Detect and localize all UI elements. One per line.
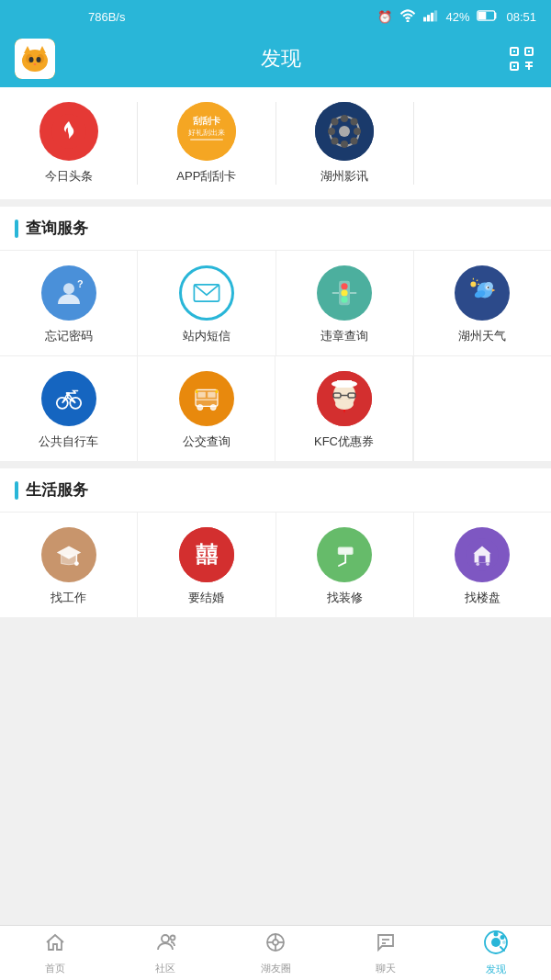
svg-rect-1 [423,17,426,21]
svg-rect-68 [215,389,217,393]
page-title: 发现 [55,45,507,73]
grid-weather[interactable]: 湖州天气 [414,251,551,355]
svg-point-47 [342,297,348,303]
svg-point-66 [210,405,216,411]
time: 08:51 [506,10,536,24]
grid-bus[interactable]: 公交查询 [138,356,276,461]
app-logo[interactable] [15,39,55,79]
grid-house[interactable]: 找楼盘 [414,513,551,617]
kfc-label: KFC优惠券 [314,434,374,450]
life-grid: 找工作 囍 要结婚 [0,512,551,617]
svg-point-89 [487,562,490,566]
svg-rect-2 [427,15,430,21]
svg-rect-20 [528,51,530,52]
svg-point-46 [342,289,348,296]
svg-rect-6 [478,11,487,19]
grid-kfc[interactable]: KFC优惠券 [276,356,413,461]
community-icon [154,931,176,959]
marry-icon: 囍 [179,527,234,582]
life-section-title: 生活服务 [26,479,88,501]
empty-slot-2 [413,356,551,461]
sms-icon [179,265,234,321]
svg-point-14 [37,57,41,62]
grid-bike[interactable]: 公共自行车 [0,356,138,461]
grid-decor[interactable]: 找装修 [276,513,414,617]
svg-point-88 [477,562,480,566]
app-scratchcard[interactable]: 刮刮卡 好礼刮出来 APP刮刮卡 [138,102,276,185]
movie-label: 湖州影讯 [320,168,368,185]
top-apps-section: 今日头条 刮刮卡 好礼刮出来 APP刮刮卡 [0,87,551,199]
app-toutiao[interactable]: 今日头条 [0,102,138,185]
nav-friends-label: 湖友圈 [261,962,291,975]
bike-icon [41,371,96,426]
kfc-icon [317,371,372,426]
query-grid: ? 忘记密码 站内短信 [0,250,551,461]
section-bar-query [15,220,18,238]
svg-rect-21 [513,65,515,67]
job-label: 找工作 [51,590,86,606]
marry-label: 要结婚 [188,590,224,606]
sms-label: 站内短信 [183,328,231,344]
life-section-header: 生活服务 [0,468,551,512]
svg-point-13 [29,57,34,62]
nav-discover[interactable]: 发现 [441,926,551,980]
forgot-password-icon: ? [41,265,96,321]
discover-icon [484,930,508,960]
grid-sms[interactable]: 站内短信 [138,251,276,355]
alarm-icon: ⏰ [377,10,392,24]
svg-point-32 [339,126,350,137]
svg-point-39 [332,138,339,145]
svg-point-45 [342,283,348,289]
svg-point-53 [488,287,489,288]
svg-line-84 [339,562,345,566]
toutiao-label: 今日头条 [45,168,93,185]
movie-icon [315,102,374,161]
wifi-icon [399,9,416,25]
app-movie[interactable]: 湖州影讯 [276,102,414,185]
query-row-1: ? 忘记密码 站内短信 [0,250,551,355]
grid-violation[interactable]: 违章查询 [276,251,414,355]
svg-point-41 [63,283,74,294]
svg-point-38 [351,138,358,145]
query-row-2: 公共自行车 公交查询 [0,355,551,461]
svg-rect-62 [197,392,205,398]
house-icon [455,527,510,582]
grid-job[interactable]: 找工作 [0,513,138,617]
bottom-navigation: 首页 社区 湖友圈 [0,925,551,980]
nav-community[interactable]: 社区 [110,926,220,980]
house-label: 找楼盘 [465,590,500,606]
nav-discover-label: 发现 [486,963,506,976]
svg-point-90 [162,935,169,942]
life-row-1: 找工作 囍 要结婚 [0,512,551,617]
home-icon [44,931,66,959]
nav-chat-label: 聊天 [376,962,396,975]
scan-button[interactable] [507,44,536,73]
battery-percent: 42% [445,10,469,24]
decor-label: 找装修 [327,590,363,606]
page-bottom-spacer [0,625,551,687]
svg-point-101 [491,938,500,947]
bus-icon [179,371,234,426]
query-section-header: 查询服务 [0,207,551,250]
violation-icon [317,265,372,321]
chat-icon [375,931,397,959]
nav-chat[interactable]: 聊天 [331,926,441,980]
nav-friends[interactable]: 湖友圈 [220,926,331,980]
grid-forgot-password[interactable]: ? 忘记密码 [0,251,138,355]
violation-label: 违章查询 [320,328,368,344]
empty-slot [414,102,551,185]
svg-point-104 [502,941,506,944]
header: 发现 [0,33,551,84]
svg-point-55 [471,281,477,287]
grid-marry[interactable]: 囍 要结婚 [138,513,276,617]
scratchcard-icon: 刮刮卡 好礼刮出来 [177,102,236,161]
nav-home[interactable]: 首页 [0,926,110,980]
svg-point-0 [407,19,410,22]
network-speed: 786B/s [88,10,125,24]
svg-point-15 [34,63,37,65]
signal-icon [423,9,438,25]
svg-rect-87 [479,556,486,562]
svg-point-76 [335,399,354,410]
svg-rect-82 [339,548,352,554]
svg-point-93 [273,940,278,945]
